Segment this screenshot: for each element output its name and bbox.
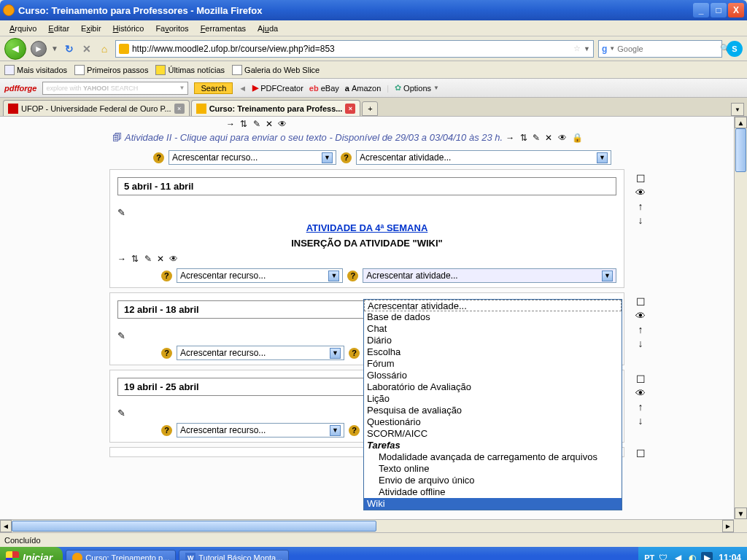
menu-editar[interactable]: Editar <box>43 23 74 34</box>
bookmark-star-icon[interactable]: ☆ <box>573 44 581 53</box>
scroll-up-icon[interactable]: ▲ <box>735 117 747 128</box>
yahoo-search-button[interactable]: Search <box>194 82 233 94</box>
week-heading-link[interactable]: ATIVIDADE DA 4ª SEMANA <box>306 222 428 233</box>
move-down-icon[interactable]: ↓ <box>638 338 643 349</box>
tab-close-icon[interactable]: × <box>174 104 185 114</box>
tray-info-icon[interactable]: ◐ <box>686 552 698 560</box>
activity-link[interactable]: Atividade II - Clique aqui para enviar o… <box>125 132 503 143</box>
scrollbar-track[interactable] <box>735 128 747 508</box>
help-icon[interactable]: ? <box>349 348 360 359</box>
dropdown-option[interactable]: Lição <box>364 393 622 405</box>
dropdown-option[interactable]: Acrescentar atividade... <box>364 300 622 311</box>
taskbar-item-firefox[interactable]: Curso: Treinamento p... <box>66 550 176 560</box>
help-icon[interactable]: ? <box>161 348 172 359</box>
ebay-button[interactable]: ebeBay <box>309 84 339 93</box>
home-button[interactable]: ⌂ <box>98 42 111 55</box>
dropdown-option[interactable]: Modalidade avançada de carregamento de a… <box>364 451 622 463</box>
edit-summary-icon[interactable]: ✎ <box>117 207 125 218</box>
dropdown-option[interactable]: Envio de arquivo único <box>364 475 622 486</box>
vertical-scrollbar[interactable]: ▲ ▼ <box>734 117 747 519</box>
menu-favoritos[interactable]: Favoritos <box>150 23 193 34</box>
stop-button[interactable]: ✕ <box>80 42 93 55</box>
add-activity-select-open[interactable]: Acrescentar atividade...▼ <box>363 268 616 283</box>
checkbox-icon[interactable]: ☐ <box>636 173 646 184</box>
url-input[interactable] <box>132 44 570 54</box>
arrow-left-icon[interactable]: ◄ <box>239 84 247 93</box>
url-dropdown-icon[interactable]: ▼ <box>584 45 590 52</box>
dropdown-option[interactable]: Fórum <box>364 358 622 370</box>
tab-list-button[interactable]: ▼ <box>731 103 744 116</box>
menu-ferramentas[interactable]: Ferramentas <box>196 23 251 34</box>
help-icon[interactable]: ? <box>349 425 360 436</box>
add-activity-select[interactable]: Acrescentar atividade...▼ <box>356 150 611 165</box>
skype-icon[interactable]: S <box>727 41 743 57</box>
menu-historico[interactable]: Histórico <box>108 23 150 34</box>
tray-arrow-icon[interactable]: ◀ <box>672 552 684 560</box>
forward-button[interactable]: ► <box>31 41 47 57</box>
search-bar[interactable]: g ▼ 🔍 <box>598 40 722 58</box>
bookmark-galeria[interactable]: Galeria do Web Slice <box>232 65 320 75</box>
move-up-icon[interactable]: ↑ <box>638 324 643 335</box>
add-resource-select[interactable]: Acrescentar recurso...▼ <box>177 346 344 360</box>
tray-shield-icon[interactable]: 🛡 <box>657 552 669 560</box>
eye-icon[interactable]: 👁 <box>635 310 646 322</box>
edit-summary-icon[interactable]: ✎ <box>117 408 125 419</box>
help-icon[interactable]: ? <box>341 152 352 163</box>
scrollbar-thumb[interactable] <box>12 521 376 532</box>
move-down-icon[interactable]: ↓ <box>638 415 643 427</box>
move-up-icon[interactable]: ↑ <box>638 401 643 413</box>
checkbox-icon[interactable]: ☐ <box>636 373 646 385</box>
add-resource-select[interactable]: Acrescentar recurso...▼ <box>177 268 344 283</box>
bookmark-mais-visitados[interactable]: Mais visitados <box>4 65 67 75</box>
yahoo-search-box[interactable]: explore with YAHOO! SEARCH▼ <box>42 82 188 95</box>
move-up-icon[interactable]: ↑ <box>638 201 643 212</box>
tab-curso[interactable]: Curso: Treinamento para Profess... × <box>191 100 361 116</box>
pdfcreator-button[interactable]: ▶PDFCreator <box>252 83 303 93</box>
dropdown-option[interactable]: Texto online <box>364 463 622 475</box>
edit-icons[interactable]: → ⇅ ✎ ✕ 👁 <box>226 119 288 129</box>
tab-ufop[interactable]: UFOP - Universidade Federal de Ouro P...… <box>3 100 190 116</box>
help-icon[interactable]: ? <box>347 271 358 281</box>
scrollbar-track[interactable] <box>12 520 722 532</box>
move-down-icon[interactable]: ↓ <box>638 214 643 226</box>
add-resource-select[interactable]: Acrescentar recurso...▼ <box>177 423 344 438</box>
start-button[interactable]: Iniciar <box>0 547 63 560</box>
dropdown-option[interactable]: Glossário <box>364 370 622 381</box>
scroll-left-icon[interactable]: ◄ <box>0 520 12 532</box>
address-bar[interactable]: ☆ ▼ <box>115 40 594 58</box>
help-icon[interactable]: ? <box>161 425 172 436</box>
maximize-button[interactable]: □ <box>711 3 727 18</box>
new-tab-button[interactable]: + <box>362 101 378 116</box>
tray-lang[interactable]: PT <box>644 553 654 560</box>
scroll-down-icon[interactable]: ▼ <box>735 508 747 519</box>
add-resource-select[interactable]: Acrescentar recurso...▼ <box>169 150 336 165</box>
back-button[interactable]: ◄ <box>4 38 26 60</box>
tray-play-icon[interactable]: ▶ <box>701 552 713 560</box>
dropdown-option-selected[interactable]: Wiki <box>364 498 622 510</box>
menu-arquivo[interactable]: AArquivorquivo <box>4 23 42 34</box>
edit-summary-icon[interactable]: ✎ <box>117 330 125 341</box>
checkbox-icon[interactable]: ☐ <box>636 448 646 459</box>
close-button[interactable]: X <box>728 3 744 18</box>
scrollbar-thumb[interactable] <box>735 128 746 172</box>
menu-exibir[interactable]: Exibir <box>76 23 107 34</box>
search-input[interactable] <box>617 44 718 53</box>
dropdown-option[interactable]: Base de dados <box>364 311 622 323</box>
checkbox-icon[interactable]: ☐ <box>636 296 646 308</box>
search-engine-dropdown-icon[interactable]: ▼ <box>609 45 615 52</box>
minimize-button[interactable]: _ <box>693 3 709 18</box>
dropdown-option[interactable]: Chat <box>364 323 622 335</box>
eye-icon[interactable]: 👁 <box>635 187 646 198</box>
tab-close-icon[interactable]: × <box>345 104 355 114</box>
dropdown-option[interactable]: Diário <box>364 335 622 346</box>
edit-icons[interactable]: → ⇅ ✎ ✕ 👁 🔒 <box>506 133 584 143</box>
edit-icons[interactable]: → ⇅ ✎ ✕ 👁 <box>117 254 179 264</box>
scroll-right-icon[interactable]: ► <box>722 520 734 532</box>
history-dropdown-icon[interactable]: ▼ <box>51 44 58 52</box>
horizontal-scrollbar[interactable]: ◄ ► <box>0 519 734 532</box>
taskbar-item-word[interactable]: WTutorial Básico Monta... <box>179 550 289 560</box>
menu-ajuda[interactable]: Ajuda <box>252 23 283 34</box>
help-icon[interactable]: ? <box>161 271 172 281</box>
bookmark-ultimas-noticias[interactable]: Últimas notícias <box>155 65 225 75</box>
reload-button[interactable]: ↻ <box>63 42 76 55</box>
